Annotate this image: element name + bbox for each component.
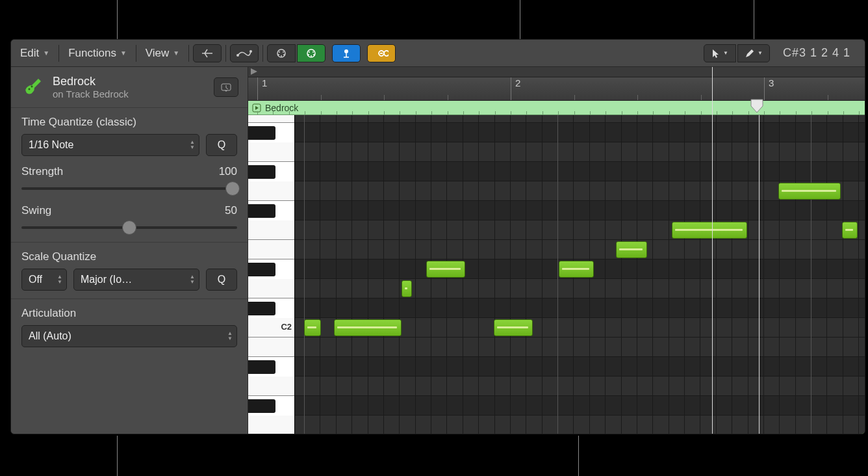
midi-out-icon[interactable] <box>297 44 326 62</box>
svg-point-14 <box>344 49 348 53</box>
menu-divider <box>136 45 136 62</box>
midi-note[interactable] <box>494 319 533 336</box>
time-quantize-label: Time Quantize (classic) <box>21 116 237 129</box>
time-quantize-section: Time Quantize (classic) 1/16 Note ▲▼ Q S… <box>11 108 248 243</box>
svg-point-16 <box>31 86 33 88</box>
menu-divider <box>262 45 263 62</box>
slider-thumb[interactable] <box>122 220 136 235</box>
callout-line <box>117 436 118 476</box>
piano-roll-editor: Edit ▼ Functions ▼ View ▼ <box>10 39 865 434</box>
region-strip[interactable]: Bedrock <box>248 101 865 115</box>
svg-point-5 <box>278 54 279 55</box>
instrument-icon <box>20 73 47 101</box>
automation-curve-icon[interactable] <box>230 44 259 62</box>
functions-menu-label: Functions <box>68 47 116 60</box>
cycle-marker[interactable] <box>750 98 764 115</box>
chevron-down-icon: ▼ <box>173 49 179 57</box>
stepper-icon: ▲▼ <box>227 331 233 341</box>
slider-thumb[interactable] <box>225 181 240 196</box>
svg-point-10 <box>313 51 314 53</box>
strength-value: 100 <box>219 165 237 178</box>
svg-point-6 <box>283 54 285 55</box>
link-icon[interactable] <box>367 44 396 62</box>
svg-point-15 <box>29 88 31 90</box>
pencil-tool[interactable]: ▼ <box>737 44 770 62</box>
ruler-catch-strip[interactable] <box>248 67 865 77</box>
midi-note[interactable] <box>672 222 747 239</box>
edit-menu-label: Edit <box>20 47 39 60</box>
time-quantize-select[interactable]: 1/16 Note ▲▼ <box>21 134 199 156</box>
functions-menu[interactable]: Functions ▼ <box>63 44 132 62</box>
midi-note[interactable] <box>616 241 647 258</box>
region-track-name: on Track Bedrock <box>53 88 129 99</box>
strength-label: Strength <box>21 165 63 178</box>
midi-in-icon[interactable] <box>267 44 296 62</box>
ruler-bar-label: 1 <box>257 77 267 100</box>
note-info-display: C#3 1 2 4 1 <box>772 46 861 60</box>
chevron-down-icon: ▼ <box>758 50 763 56</box>
key-label: C2 <box>281 322 292 332</box>
menu-divider <box>225 45 226 62</box>
swing-value: 50 <box>225 204 237 217</box>
collapse-icon[interactable] <box>193 44 222 62</box>
swing-label: Swing <box>21 204 51 217</box>
callout-line <box>117 0 118 39</box>
scale-quantize-label: Scale Quantize <box>21 250 237 263</box>
bar-ruler[interactable]: 123 <box>248 77 865 101</box>
view-menu[interactable]: View ▼ <box>140 44 185 62</box>
midi-note[interactable] <box>778 183 841 200</box>
scale-quantize-scale-value: Major (Io… <box>81 274 132 285</box>
piano-roll-area: 123 Bedrock C2C3 <box>248 67 865 434</box>
midi-note[interactable] <box>304 319 321 336</box>
svg-point-9 <box>309 51 310 53</box>
strength-slider[interactable] <box>21 182 237 195</box>
callout-line <box>578 436 579 476</box>
inspector-panel: Bedrock on Track Bedrock Time Quantize (… <box>11 67 248 434</box>
note-grid[interactable] <box>295 115 865 434</box>
playhead[interactable] <box>759 115 760 434</box>
scale-quantize-scale-select[interactable]: Major (Io… ▲▼ <box>73 269 199 291</box>
editor-menubar: Edit ▼ Functions ▼ View ▼ <box>11 40 865 67</box>
time-quantize-value: 1/16 Note <box>29 139 73 151</box>
svg-point-0 <box>236 54 239 57</box>
scale-quantize-onoff-value: Off <box>29 274 42 285</box>
callout-line <box>520 0 520 39</box>
ruler-bar-label: 2 <box>511 77 520 100</box>
articulation-label: Articulation <box>21 307 237 320</box>
stepper-icon: ▲▼ <box>57 274 62 285</box>
region-name: Bedrock <box>53 75 129 88</box>
catch-region-button[interactable] <box>214 77 238 97</box>
scale-quantize-onoff-select[interactable]: Off ▲▼ <box>21 269 67 291</box>
piano-keyboard[interactable]: C2C3 <box>248 115 295 434</box>
swing-slider[interactable] <box>21 221 237 234</box>
midi-note[interactable] <box>402 280 412 297</box>
articulation-select[interactable]: All (Auto) ▲▼ <box>21 325 237 347</box>
midi-note[interactable] <box>334 319 402 336</box>
svg-point-11 <box>308 54 309 55</box>
midi-note[interactable] <box>426 261 465 278</box>
stepper-icon: ▲▼ <box>190 274 195 285</box>
svg-point-12 <box>313 54 314 55</box>
articulation-section: Articulation All (Auto) ▲▼ <box>11 299 248 355</box>
articulation-value: All (Auto) <box>29 330 71 342</box>
scale-quantize-button[interactable]: Q <box>206 269 237 291</box>
pointer-tool[interactable]: ▼ <box>704 44 736 62</box>
chevron-down-icon: ▼ <box>120 49 127 57</box>
svg-point-3 <box>279 51 280 53</box>
svg-point-7 <box>281 55 282 57</box>
midi-note[interactable] <box>559 261 594 278</box>
midi-note[interactable] <box>842 222 858 239</box>
svg-point-13 <box>311 55 312 57</box>
menu-divider <box>188 45 189 62</box>
view-menu-label: View <box>146 47 170 60</box>
quantize-button[interactable]: Q <box>206 134 237 156</box>
scale-quantize-section: Scale Quantize Off ▲▼ Major (Io… ▲▼ Q <box>11 243 248 299</box>
catch-playhead-icon[interactable] <box>332 44 361 62</box>
svg-point-4 <box>283 51 284 53</box>
callout-line <box>754 0 754 39</box>
menu-divider <box>58 45 59 62</box>
edit-menu[interactable]: Edit ▼ <box>15 44 55 62</box>
svg-point-1 <box>249 50 252 53</box>
chevron-down-icon: ▼ <box>723 50 728 56</box>
region-header: Bedrock on Track Bedrock <box>11 67 248 108</box>
